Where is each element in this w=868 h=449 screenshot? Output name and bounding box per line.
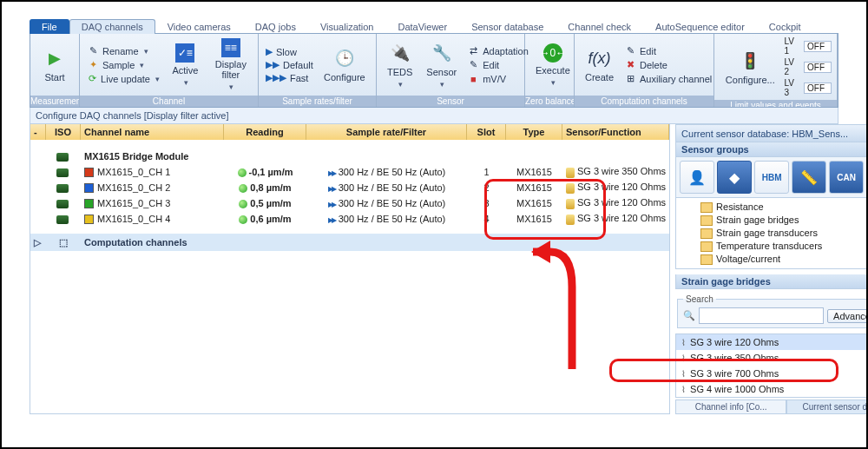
menu-tab-sensor-db[interactable]: Sensor database	[459, 19, 556, 34]
status-led-icon	[239, 184, 247, 193]
menu-tab-channel-check[interactable]: Channel check	[556, 19, 643, 34]
search-fieldset: Search 🔍 Advanced...	[677, 294, 868, 328]
chevron-down-icon: ▾	[440, 80, 444, 89]
chevron-down-icon: ▾	[144, 47, 148, 56]
active-button[interactable]: ✓≡ Active▾	[165, 42, 206, 89]
slow-button[interactable]: ▶ Slow	[264, 46, 315, 57]
strain-gage-icon: ⌇	[681, 338, 686, 347]
menu-tab-dataviewer[interactable]: DataViewer	[385, 19, 459, 34]
tree-item[interactable]: Voltage/current	[700, 253, 868, 266]
group-measurement-label: Measurement	[30, 96, 79, 107]
limit-configure-button[interactable]: 🚦 Configure...	[720, 48, 781, 87]
db-panel-title: Current sensor database: HBM_Sens... 📌×	[675, 124, 868, 142]
lv3-row[interactable]: LV 3OFF	[785, 78, 832, 97]
group-limit-label: Limit values and events	[714, 100, 837, 107]
channel-row[interactable]: MX1615_0_CH 1 -0,1 µm/m ▶▶300 Hz / BE 50…	[30, 164, 669, 180]
traffic-light-icon: 🚦	[739, 50, 761, 72]
menu-tab-video[interactable]: Video cameras	[155, 19, 243, 34]
teds-button[interactable]: 🔌 TEDS▾	[382, 40, 418, 90]
group-comp-label: Computation channels	[575, 96, 713, 107]
tree-item[interactable]: Resistance	[700, 201, 868, 214]
group-can-icon[interactable]: CAN	[829, 161, 864, 194]
sensor-tree: ResistanceStrain gage bridgesStrain gage…	[675, 198, 868, 269]
device-icon	[56, 168, 69, 177]
lv1-row[interactable]: LV 1OFF	[785, 36, 832, 56]
default-button[interactable]: ▶▶ Default	[264, 59, 315, 70]
fast-button[interactable]: ▶▶▶ Fast	[264, 72, 315, 83]
chevron-down-icon: ▾	[155, 75, 160, 83]
col-iso[interactable]: ISO	[46, 124, 81, 140]
sensor-list-item[interactable]: ⌇SG 3 wire 120 Ohms	[676, 334, 868, 350]
start-button[interactable]: ▶ Start	[36, 45, 74, 84]
lv3-value: OFF	[804, 83, 832, 94]
teds-icon: 🔌	[389, 42, 411, 64]
menu-tab-visualization[interactable]: Visualization	[308, 19, 386, 34]
module-row[interactable]: MX1615 Bridge Module	[30, 149, 669, 164]
sensor-db-panel: Current sensor database: HBM_Sens... 📌× …	[675, 124, 868, 414]
search-input[interactable]	[699, 307, 824, 324]
bottom-tabs: Channel info [Co... Current sensor dat..…	[675, 399, 868, 414]
lv2-row[interactable]: LV 2OFF	[785, 57, 832, 76]
db-icon	[566, 183, 575, 194]
strain-gage-icon: ⌇	[681, 385, 686, 394]
col-sensor[interactable]: Sensor/Function	[562, 124, 669, 140]
col-type[interactable]: Type	[506, 124, 562, 140]
status-led-icon	[239, 215, 247, 224]
sensor-groups-title: Sensor groups	[675, 142, 868, 157]
rename-button[interactable]: ✎Rename▾	[85, 45, 161, 57]
mvv-button[interactable]: ■mV/V	[465, 73, 530, 85]
col-reading[interactable]: Reading	[224, 124, 306, 140]
status-led-icon	[238, 168, 247, 177]
sensor-list-item[interactable]: ⌇SG 4 wire 1000 Ohms	[676, 381, 868, 397]
create-comp-button[interactable]: f(x) Create	[580, 45, 619, 84]
col-rate[interactable]: Sample rate/Filter	[306, 124, 467, 140]
channel-color-icon	[84, 183, 94, 193]
menu-tab-daq-channels[interactable]: DAQ channels	[69, 19, 155, 34]
computation-row[interactable]: ▷⬚ Computation channels	[30, 234, 669, 251]
channel-row[interactable]: MX1615_0_CH 2 0,8 µm/m ▶▶300 Hz / BE 50 …	[30, 180, 669, 195]
group-hbm-icon[interactable]: HBM	[754, 161, 789, 194]
tab-current-sensor[interactable]: Current sensor dat...	[786, 399, 868, 414]
execute-zero-button[interactable]: →0← Execute▾	[530, 42, 575, 89]
aux-channel-button[interactable]: ⊞Auxiliary channel	[622, 73, 713, 85]
adaptation-button[interactable]: ⇄Adaptation	[465, 45, 530, 57]
tree-item[interactable]: Strain gage transducers	[700, 227, 868, 240]
sensor-icon: 🔧	[431, 42, 453, 64]
fx-icon: f(x)	[589, 47, 611, 69]
live-icon: ⟳	[87, 73, 97, 85]
sensor-list: ⌇SG 3 wire 120 Ohms ⌇SG 3 wire 350 Ohms …	[675, 333, 868, 398]
configure-rates-button[interactable]: 🕒 Configure	[319, 45, 371, 84]
chevron-down-icon: ▾	[140, 61, 144, 69]
tree-item[interactable]: Strain gage bridges	[700, 214, 868, 227]
adaptation-icon: ⇄	[467, 45, 479, 57]
sensor-button[interactable]: 🔧 Sensor▾	[421, 40, 462, 90]
live-update-button[interactable]: ⟳Live update▾	[85, 73, 161, 85]
menu-tab-autoseq[interactable]: AutoSequence editor	[643, 19, 757, 34]
fast-forward-icon: ▶▶	[328, 169, 335, 177]
comp-edit-button[interactable]: ✎Edit	[622, 45, 713, 57]
col-name[interactable]: Channel name	[81, 124, 224, 140]
device-icon	[56, 200, 69, 208]
advanced-button[interactable]: Advanced...	[827, 309, 868, 323]
tab-channel-info[interactable]: Channel info [Co...	[675, 399, 786, 414]
menu-tab-daq-jobs[interactable]: DAQ jobs	[243, 19, 308, 34]
tree-item[interactable]: Temperature transducers	[700, 240, 868, 253]
display-filter-button[interactable]: ≡≡ Display filter▾	[209, 36, 253, 93]
sensor-list-item[interactable]: ⌇SG 3 wire 350 Ohms	[676, 350, 868, 366]
menu-tab-cockpit[interactable]: Cockpit	[757, 19, 813, 34]
group-diamond-icon[interactable]: ◆	[717, 161, 752, 194]
sensor-list-item[interactable]: ⌇SG 3 wire 700 Ohms	[676, 366, 868, 381]
channel-row[interactable]: MX1615_0_CH 3 0,5 µm/m ▶▶300 Hz / BE 50 …	[30, 195, 669, 211]
comp-delete-button[interactable]: ✖Delete	[622, 59, 713, 71]
sample-button[interactable]: ✦Sample▾	[85, 59, 161, 71]
menu-file[interactable]: File	[30, 19, 69, 34]
sensor-edit-button[interactable]: ✎Edit	[465, 59, 530, 71]
channel-row[interactable]: MX1615_0_CH 4 0,6 µm/m ▶▶300 Hz / BE 50 …	[30, 211, 669, 227]
edit-icon: ✎	[624, 45, 636, 57]
group-ruler-icon[interactable]: 📏	[792, 161, 826, 194]
chevron-down-icon: ▾	[184, 78, 188, 87]
group-person-icon[interactable]: 👤	[680, 161, 714, 194]
filter-icon: ≡≡	[221, 38, 240, 57]
col-slot[interactable]: Slot	[467, 124, 506, 140]
channel-color-icon	[84, 168, 94, 177]
